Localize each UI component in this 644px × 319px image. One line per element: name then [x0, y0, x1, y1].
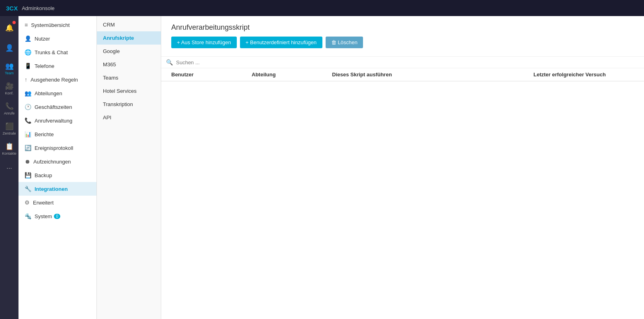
search-input[interactable] [176, 59, 277, 65]
user-icon: 👤 [5, 44, 14, 52]
system-badge: 0 [54, 214, 60, 219]
sidebar-icon-anrufe[interactable]: 📞 Anrufe [0, 98, 18, 119]
sidebar-icon-anrufe-label: Anrufe [4, 111, 15, 115]
main-content: Anrufverarbeitungsskript + Aus Store hin… [161, 16, 644, 319]
col-header-letzter: Letzter erfolgreicher Versuch [533, 72, 634, 78]
sidebar-icon-zentrale[interactable]: ⬛ Zentrale [0, 119, 18, 139]
anrufverwaltung-icon: 📞 [25, 117, 31, 124]
berichte-icon: 📊 [25, 131, 31, 137]
sidebar-icon-team-label: Team [5, 71, 14, 75]
nutzer-icon: 👤 [25, 35, 31, 42]
sidebar-item-aufzeichnungen-label: Aufzeichnungen [33, 159, 71, 165]
backup-icon: 💾 [25, 172, 31, 178]
sidebar-item-system-label: System [35, 213, 52, 219]
trunks-icon: 🌐 [25, 49, 31, 55]
col-header-benutzer: Benutzer [171, 72, 252, 78]
bell-icon: 🔔 [5, 24, 14, 32]
submenu-teams-label: Teams [103, 75, 118, 81]
page-title: Anrufverarbeitungsskript [171, 23, 634, 32]
submenu-api-label: API [103, 115, 111, 121]
submenu-item-google[interactable]: Google [97, 45, 161, 58]
loeschen-button[interactable]: 🗑 Löschen [326, 37, 363, 48]
submenu-anrufskripte-label: Anrufskripte [103, 35, 134, 41]
geschaeftszeiten-icon: 🕐 [25, 104, 31, 110]
sidebar-item-anrufverwaltung[interactable]: 📞 Anrufverwaltung [18, 114, 96, 127]
anrufe-icon: 📞 [5, 102, 14, 110]
sidebar-icon-zentrale-label: Zentrale [2, 131, 16, 135]
submenu-transkription-label: Transkription [103, 101, 133, 107]
sidebar-item-nutzer[interactable]: 👤 Nutzer [18, 32, 96, 45]
sidebar-icon-more[interactable]: ··· [0, 159, 18, 179]
sidebar-item-systemuebersicht[interactable]: ≡ Systemübersicht [18, 18, 96, 32]
submenu-item-hotel-services[interactable]: Hotel Services [97, 84, 161, 98]
submenu-sidebar: CRM Anrufskripte Google M365 Teams Hotel… [97, 16, 161, 319]
submenu-hotel-label: Hotel Services [103, 88, 137, 94]
sidebar-item-erweitert[interactable]: ⚙ Erweitert [18, 196, 96, 209]
benutzerdefiniert-button[interactable]: + Benutzerdefiniert hinzufügen [240, 37, 322, 48]
sidebar-item-aufzeichnungen[interactable]: ⏺ Aufzeichnungen [18, 155, 96, 168]
sidebar-item-abteilungen[interactable]: 👥 Abteilungen [18, 86, 96, 100]
ereignis-icon: 🔄 [25, 145, 31, 151]
app-layout: 🔔 👤 👥 Team 🎥 Konf. 📞 Anrufe ⬛ Zentrale 📋… [0, 16, 644, 319]
submenu-item-teams[interactable]: Teams [97, 71, 161, 84]
topbar: 3CX Adminkonsole [0, 0, 644, 16]
zentrale-icon: ⬛ [5, 122, 14, 131]
sidebar-item-erweitert-label: Erweitert [33, 200, 53, 206]
sidebar-item-ausgehende-label: Ausgehende Regeln [31, 77, 78, 83]
submenu-item-crm[interactable]: CRM [97, 18, 161, 31]
conf-icon: 🎥 [5, 82, 14, 90]
sidebar-item-system[interactable]: 🔩 System 0 [18, 209, 96, 223]
submenu-item-transkription[interactable]: Transkription [97, 98, 161, 111]
aus-store-button[interactable]: + Aus Store hinzufügen [171, 37, 237, 48]
sidebar-item-geschaeftszeiten[interactable]: 🕐 Geschäftszeiten [18, 100, 96, 114]
app-title: Adminkonsole [22, 5, 55, 11]
icon-sidebar: 🔔 👤 👥 Team 🎥 Konf. 📞 Anrufe ⬛ Zentrale 📋… [0, 16, 18, 319]
notification-dot [12, 21, 16, 24]
sidebar-item-backup[interactable]: 💾 Backup [18, 168, 96, 182]
sidebar-item-ereignisprotokoll[interactable]: 🔄 Ereignisprotokoll [18, 141, 96, 155]
sidebar-item-systemuebersicht-label: Systemübersicht [31, 22, 70, 28]
kontakte-icon: 📋 [5, 142, 14, 151]
aufzeichnungen-icon: ⏺ [25, 158, 30, 165]
col-header-skript: Dieses Skript ausführen [332, 72, 533, 78]
system-icon: 🔩 [25, 213, 31, 219]
integrationen-icon: 🔧 [25, 186, 31, 192]
sidebar-item-backup-label: Backup [35, 172, 52, 178]
col-header-abteilung: Abteilung [252, 72, 332, 78]
sidebar-item-telefone-label: Telefone [35, 63, 54, 69]
systemuebersicht-icon: ≡ [25, 22, 28, 28]
sidebar-item-anrufverwaltung-label: Anrufverwaltung [35, 118, 72, 124]
sidebar-icon-kontakte-label: Kontakte [2, 151, 16, 155]
sidebar-icon-conf-label: Konf. [5, 91, 13, 95]
main-sidebar: ≡ Systemübersicht 👤 Nutzer 🌐 Trunks & Ch… [18, 16, 97, 319]
sidebar-icon-conf[interactable]: 🎥 Konf. [0, 78, 18, 98]
sidebar-item-berichte[interactable]: 📊 Berichte [18, 127, 96, 141]
sidebar-item-ereignis-label: Ereignisprotokoll [35, 145, 73, 151]
ausgehende-icon: ↑ [25, 76, 27, 83]
sidebar-item-telefone[interactable]: 📱 Telefone [18, 59, 96, 73]
submenu-item-m365[interactable]: M365 [97, 58, 161, 71]
submenu-crm-label: CRM [103, 22, 115, 28]
team-icon: 👥 [5, 62, 14, 70]
erweitert-icon: ⚙ [25, 199, 30, 206]
submenu-google-label: Google [103, 48, 120, 54]
abteilungen-icon: 👥 [25, 90, 31, 96]
sidebar-item-ausgehende-regeln[interactable]: ↑ Ausgehende Regeln [18, 73, 96, 86]
sidebar-icon-bell[interactable]: 🔔 [0, 18, 18, 38]
submenu-item-api[interactable]: API [97, 111, 161, 124]
sidebar-item-integrationen[interactable]: 🔧 Integrationen [18, 182, 96, 196]
more-icon: ··· [6, 164, 12, 172]
sidebar-icon-kontakte[interactable]: 📋 Kontakte [0, 139, 18, 159]
sidebar-item-berichte-label: Berichte [35, 131, 54, 137]
sidebar-item-trunks-chat[interactable]: 🌐 Trunks & Chat [18, 45, 96, 59]
table-header: Benutzer Abteilung Dieses Skript ausführ… [161, 68, 644, 82]
app-logo: 3CX [6, 5, 18, 12]
search-bar: 🔍 [161, 57, 644, 68]
search-icon: 🔍 [166, 59, 173, 65]
telefone-icon: 📱 [25, 63, 31, 69]
submenu-item-anrufskripte[interactable]: Anrufskripte [97, 31, 161, 45]
sidebar-item-trunks-label: Trunks & Chat [35, 49, 68, 55]
sidebar-icon-team[interactable]: 👥 Team [0, 58, 18, 78]
sidebar-item-nutzer-label: Nutzer [35, 36, 50, 42]
sidebar-icon-user[interactable]: 👤 [0, 38, 18, 58]
